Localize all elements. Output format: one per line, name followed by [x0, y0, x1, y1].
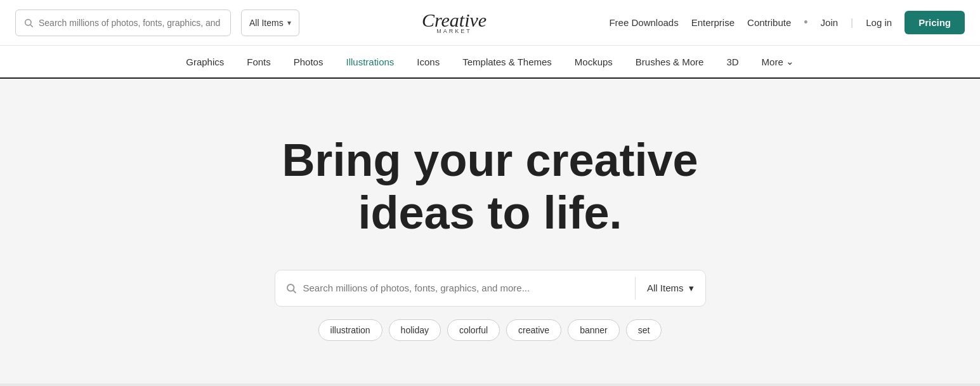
hero-title-line2: ideas to life. [358, 187, 622, 238]
hero-title-line1: Bring your creative [282, 135, 698, 185]
chevron-down-icon: ▾ [287, 18, 291, 27]
logo-creative: Creative [422, 11, 487, 30]
search-input[interactable] [39, 18, 223, 28]
join-link[interactable]: Join [821, 17, 839, 28]
hero-search-input[interactable] [303, 283, 625, 293]
svg-point-2 [287, 284, 294, 291]
logo[interactable]: Creative MARKET [422, 11, 487, 34]
hero-search-inner [275, 283, 635, 294]
search-icon [23, 18, 34, 28]
nav-mockups[interactable]: Mockups [575, 54, 613, 70]
page-wrapper: All Items ▾ Creative MARKET Free Downloa… [0, 0, 980, 386]
pricing-button[interactable]: Pricing [905, 11, 965, 34]
tag-holiday[interactable]: holiday [389, 319, 441, 341]
svg-line-1 [30, 25, 33, 27]
top-nav: All Items ▾ Creative MARKET Free Downloa… [0, 0, 980, 46]
top-search-bar[interactable] [15, 10, 231, 36]
nav-templates-themes[interactable]: Templates & Themes [462, 54, 552, 70]
nav-dot: • [804, 16, 807, 29]
tag-set[interactable]: set [626, 319, 662, 341]
tag-creative[interactable]: creative [506, 319, 561, 341]
more-chevron-icon: ⌄ [786, 56, 794, 67]
hero-section: Bring your creative ideas to life. All I… [0, 79, 980, 383]
hero-search-container[interactable]: All Items ▾ [275, 270, 706, 307]
nav-graphics[interactable]: Graphics [186, 54, 224, 70]
nav-photos[interactable]: Photos [294, 54, 323, 70]
nav-separator: | [851, 17, 853, 29]
hero-search-icon [285, 283, 297, 294]
nav-brushes-more[interactable]: Brushes & More [636, 54, 704, 70]
login-link[interactable]: Log in [866, 17, 892, 28]
tag-colorful[interactable]: colorful [447, 319, 500, 341]
all-items-label: All Items [249, 18, 284, 28]
hero-all-items-dropdown[interactable]: All Items ▾ [636, 270, 705, 306]
secondary-nav: Graphics Fonts Photos Illustrations Icon… [0, 46, 980, 79]
hero-all-items-label: All Items [647, 283, 684, 293]
nav-illustrations[interactable]: Illustrations [346, 54, 394, 70]
tag-illustration[interactable]: illustration [318, 319, 382, 341]
all-items-dropdown[interactable]: All Items ▾ [241, 10, 299, 36]
nav-3d[interactable]: 3D [726, 54, 738, 70]
nav-fonts[interactable]: Fonts [247, 54, 271, 70]
enterprise-link[interactable]: Enterprise [691, 17, 735, 28]
tag-banner[interactable]: banner [568, 319, 620, 341]
nav-more-label: More [762, 57, 783, 67]
hero-chevron-icon: ▾ [689, 283, 694, 294]
nav-icons[interactable]: Icons [417, 54, 440, 70]
contribute-link[interactable]: Contribute [747, 17, 791, 28]
nav-right: Free Downloads Enterprise Contribute • J… [609, 11, 965, 34]
hero-title: Bring your creative ideas to life. [282, 134, 698, 239]
free-downloads-link[interactable]: Free Downloads [609, 17, 678, 28]
svg-point-0 [25, 19, 31, 25]
hero-tags: illustration holiday colorful creative b… [318, 319, 662, 341]
nav-more-dropdown[interactable]: More ⌄ [762, 56, 794, 67]
svg-line-3 [293, 290, 296, 293]
logo-area: Creative MARKET [310, 11, 599, 34]
